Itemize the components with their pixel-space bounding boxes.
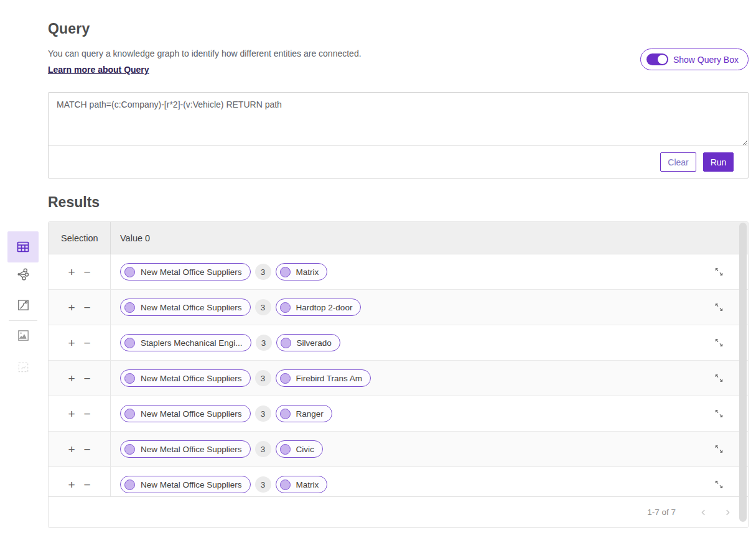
target-entity-pill[interactable]: Matrix (276, 476, 328, 493)
hop-count-badge: 3 (256, 335, 272, 351)
target-entity-pill[interactable]: Hardtop 2-door (276, 299, 362, 316)
row-selection-cell: + − (49, 254, 111, 289)
entity-node-icon (124, 267, 135, 277)
sidebar-item-table-view[interactable] (7, 231, 39, 262)
chevron-left-icon (699, 508, 708, 517)
source-entity-pill[interactable]: New Metal Office Suppliers (120, 263, 251, 280)
remove-selection-button[interactable]: − (82, 302, 93, 313)
remove-selection-button[interactable]: − (82, 337, 93, 349)
dashed-box-icon (16, 360, 30, 374)
remove-selection-button[interactable]: − (82, 373, 93, 384)
sidebar-item-selection-view[interactable] (7, 354, 39, 380)
source-entity-pill[interactable]: New Metal Office Suppliers (120, 299, 251, 316)
remove-selection-button[interactable]: − (82, 266, 93, 278)
add-selection-button[interactable]: + (66, 302, 77, 313)
target-entity-pill[interactable]: Matrix (276, 263, 328, 280)
source-entity-label: New Metal Office Suppliers (141, 480, 242, 489)
expand-row-button[interactable] (712, 478, 726, 491)
graph-nodes-icon (16, 267, 30, 282)
results-title: Results (48, 194, 749, 211)
expand-diagonal-icon (714, 267, 724, 277)
table-icon (16, 239, 30, 254)
expand-diagonal-icon (714, 373, 724, 384)
source-entity-pill[interactable]: Staplers Mechanical Engi... (120, 334, 251, 351)
expand-diagonal-icon (714, 444, 724, 455)
query-box: MATCH path=(c:Company)-[r*2]-(v:Vehicle)… (48, 92, 749, 178)
show-query-box-toggle[interactable]: Show Query Box (640, 49, 749, 70)
expand-diagonal-icon (714, 338, 724, 348)
learn-more-link[interactable]: Learn more about Query (48, 65, 149, 75)
add-selection-button[interactable]: + (66, 266, 77, 278)
vertical-scrollbar[interactable] (739, 223, 747, 522)
remove-selection-button[interactable]: − (82, 408, 93, 420)
remove-selection-button[interactable]: − (82, 479, 93, 491)
add-selection-button[interactable]: + (66, 479, 77, 491)
sidebar-item-link-chart-view[interactable] (7, 261, 39, 287)
hop-count-badge: 3 (255, 476, 271, 493)
target-entity-pill[interactable]: Firebird Trans Am (276, 369, 371, 387)
prev-page-button[interactable] (692, 508, 716, 517)
view-switcher-sidebar (7, 231, 39, 383)
remove-selection-button[interactable]: − (82, 443, 93, 455)
column-header-selection: Selection (49, 222, 111, 254)
entity-node-icon (281, 338, 291, 348)
target-entity-label: Hardtop 2-door (296, 303, 353, 312)
source-entity-pill[interactable]: New Metal Office Suppliers (120, 405, 251, 422)
expand-row-button[interactable] (712, 372, 726, 385)
entity-node-icon (124, 409, 135, 419)
source-entity-pill[interactable]: New Metal Office Suppliers (120, 476, 251, 493)
target-entity-pill[interactable]: Ranger (276, 405, 332, 422)
source-entity-label: New Metal Office Suppliers (141, 374, 242, 383)
entity-node-icon (280, 302, 291, 313)
target-entity-pill[interactable]: Silverado (276, 334, 340, 351)
table-row: + − Staplers Mechanical Engi... 3 Silver… (49, 325, 748, 361)
hop-count-badge: 3 (255, 370, 271, 386)
expand-row-button[interactable] (712, 443, 726, 456)
chevron-right-icon (723, 508, 732, 517)
hop-count-badge: 3 (255, 441, 271, 457)
table-row: + − New Metal Office Suppliers 3 Civic (49, 432, 748, 467)
row-value-cell: New Metal Office Suppliers 3 Civic (111, 432, 748, 466)
target-entity-label: Firebird Trans Am (296, 374, 363, 383)
results-table: Selection Value 0 + − New Metal Office S… (48, 221, 749, 528)
row-value-cell: New Metal Office Suppliers 3 Hardtop 2-d… (111, 290, 748, 325)
target-entity-pill[interactable]: Civic (276, 440, 323, 458)
hop-count-badge: 3 (255, 264, 271, 280)
target-entity-label: Ranger (296, 409, 324, 419)
table-row: + − New Metal Office Suppliers 3 Matrix (49, 254, 748, 290)
source-entity-pill[interactable]: New Metal Office Suppliers (120, 440, 251, 458)
table-row: + − New Metal Office Suppliers 3 Matrix (49, 467, 748, 496)
entity-node-icon (124, 480, 135, 490)
add-selection-button[interactable]: + (66, 408, 77, 420)
expand-row-button[interactable] (712, 266, 726, 279)
entity-node-icon (280, 480, 291, 490)
row-value-cell: New Metal Office Suppliers 3 Matrix (111, 467, 748, 496)
expand-row-button[interactable] (712, 301, 726, 314)
route-box-icon (16, 298, 30, 312)
entity-node-icon (124, 338, 135, 348)
expand-diagonal-icon (714, 409, 724, 419)
expand-row-button[interactable] (712, 336, 726, 350)
row-selection-cell: + − (49, 396, 111, 431)
add-selection-button[interactable]: + (66, 373, 77, 384)
toggle-switch-icon[interactable] (646, 53, 668, 65)
clear-button[interactable]: Clear (660, 152, 696, 172)
add-selection-button[interactable]: + (66, 443, 77, 455)
expand-diagonal-icon (714, 302, 724, 313)
sidebar-item-route-view[interactable] (7, 292, 39, 318)
table-body: + − New Metal Office Suppliers 3 Matrix (49, 254, 748, 496)
source-entity-pill[interactable]: New Metal Office Suppliers (120, 369, 251, 387)
entity-node-icon (124, 302, 135, 313)
row-selection-cell: + − (49, 467, 111, 496)
sidebar-item-map-view[interactable] (7, 322, 39, 348)
expand-row-button[interactable] (712, 407, 726, 420)
row-selection-cell: + − (49, 290, 111, 325)
query-input[interactable]: MATCH path=(c:Company)-[r*2]-(v:Vehicle)… (49, 93, 748, 146)
row-selection-cell: + − (49, 325, 111, 360)
next-page-button[interactable] (716, 508, 739, 517)
entity-node-icon (124, 373, 135, 384)
run-button[interactable]: Run (703, 152, 734, 172)
expand-diagonal-icon (714, 480, 724, 490)
page-title: Query (48, 21, 749, 37)
add-selection-button[interactable]: + (66, 337, 77, 349)
